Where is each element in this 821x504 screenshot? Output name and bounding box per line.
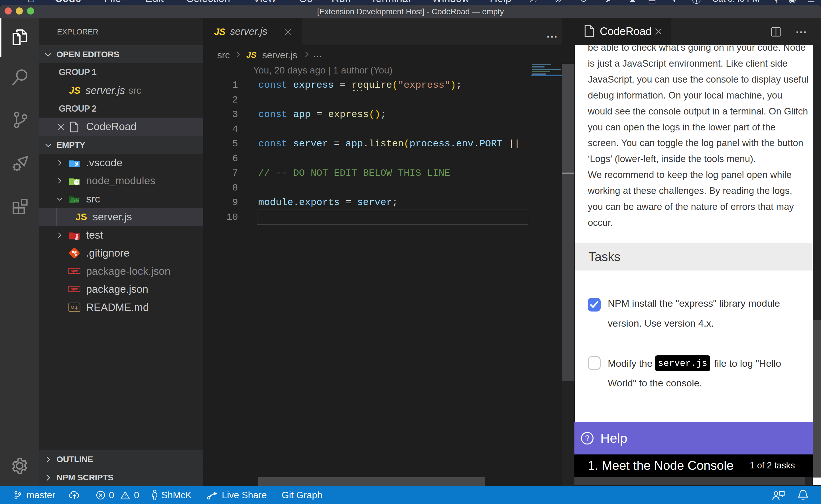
svg-text:npm: npm [70,287,78,291]
svg-text:npm: npm [70,269,78,273]
svg-text:</>: </> [73,199,79,203]
svg-text:JS: JS [75,181,78,184]
svg-text:?: ? [585,434,589,443]
svg-text:M: M [70,305,74,310]
